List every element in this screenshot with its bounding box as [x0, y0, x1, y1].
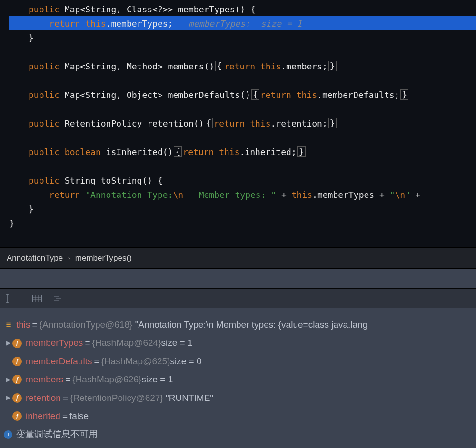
- code-line[interactable]: public RetentionPolicy retention(){retur…: [0, 116, 476, 130]
- equals: =: [32, 318, 38, 332]
- variable-object-ref: {HashMap@626}: [72, 372, 141, 387]
- keyword: public: [29, 88, 65, 101]
- identifier: retention(): [147, 117, 204, 130]
- variable-name: memberTypes: [26, 336, 83, 350]
- fold-marker-close[interactable]: }: [298, 146, 306, 157]
- field-icon: f: [12, 339, 22, 348]
- brace: }: [29, 203, 34, 215]
- code-line[interactable]: public Map<String, Object> memberDefault…: [0, 88, 476, 102]
- breadcrumb[interactable]: AnnotationType › memberTypes(): [0, 247, 476, 268]
- settings-icon[interactable]: [52, 292, 64, 305]
- code-line[interactable]: return "Annotation Type:\n Member types:…: [0, 187, 476, 202]
- text-cursor-icon[interactable]: [1, 292, 13, 305]
- code-line[interactable]: public boolean isInherited(){return this…: [0, 145, 476, 159]
- brace: }: [29, 31, 34, 44]
- field-icon: f: [12, 393, 22, 403]
- variable-row[interactable]: f inherited = false: [4, 407, 472, 425]
- fold-marker-open[interactable]: {: [251, 89, 259, 100]
- code-line[interactable]: public String toString() {: [0, 173, 476, 187]
- chevron-right-icon: ›: [68, 252, 70, 264]
- type: Map<String, Method>: [65, 60, 168, 73]
- operator: +: [276, 188, 292, 201]
- fold-marker-open[interactable]: {: [205, 118, 213, 128]
- variable-row[interactable]: ▶ f memberTypes = {HashMap@624} size = 1: [4, 334, 472, 352]
- variable-name: this: [16, 318, 30, 332]
- keyword: return: [49, 17, 85, 30]
- variable-row[interactable]: ▶ f retention = {RetentionPolicy@627} "R…: [4, 389, 472, 407]
- indent-guide: [29, 188, 49, 201]
- identifier: .memberTypes +: [312, 188, 390, 201]
- variable-row[interactable]: ▶ f members = {HashMap@626} size = 1: [4, 370, 472, 389]
- gutter: [0, 0, 9, 247]
- keyword: return: [214, 117, 250, 130]
- keyword: return: [224, 60, 260, 73]
- code-line[interactable]: }: [0, 30, 476, 45]
- keyword: public: [29, 3, 65, 16]
- info-icon: i: [4, 430, 12, 439]
- keyword: return: [260, 88, 297, 101]
- type: String: [65, 174, 101, 187]
- variable-name: inherited: [26, 409, 60, 423]
- code-line-current[interactable]: return this.memberTypes; memberTypes: si…: [0, 16, 476, 30]
- debug-toolbar: [0, 288, 476, 308]
- debug-variables-panel[interactable]: ≡ this = {AnnotationType@618} "Annotatio…: [0, 308, 476, 448]
- code-editor[interactable]: public Map<String, Class<?>> memberTypes…: [0, 0, 476, 247]
- string: Member types: ": [183, 188, 276, 201]
- expand-arrow-icon[interactable]: ▶: [4, 393, 12, 402]
- keyword: public: [29, 60, 65, 73]
- fold-marker-close[interactable]: }: [328, 118, 337, 128]
- equals: =: [63, 391, 68, 405]
- variable-value: size = 1: [141, 372, 173, 387]
- list-icon: ≡: [4, 318, 13, 332]
- expand-arrow-icon[interactable]: ▶: [4, 339, 12, 348]
- svg-rect-0: [33, 295, 42, 302]
- code-line-blank[interactable]: [0, 73, 476, 88]
- expand-arrow-icon[interactable]: ▶: [4, 375, 12, 384]
- fold-marker-close[interactable]: }: [400, 89, 408, 100]
- variable-name: members: [26, 372, 63, 387]
- keyword: return: [49, 188, 85, 201]
- type: Map<String, Object>: [65, 88, 168, 101]
- escape: \n: [395, 188, 406, 201]
- keyword: public: [29, 146, 65, 158]
- brace: }: [10, 217, 15, 230]
- variable-value: size = 1: [161, 336, 192, 350]
- keyword-this: this: [250, 117, 270, 130]
- inline-hint: memberTypes: size = 1: [173, 17, 302, 30]
- identifier: .retention;: [271, 117, 327, 130]
- identifier: toString(): [101, 174, 158, 187]
- identifier: memberTypes(): [178, 3, 250, 16]
- variable-row[interactable]: f memberDefaults = {HashMap@625} size = …: [4, 352, 472, 370]
- code-line[interactable]: public Map<String, Method> members(){ret…: [0, 59, 476, 73]
- identifier: .inherited;: [240, 146, 297, 158]
- variable-value: size = 0: [170, 354, 202, 369]
- breadcrumb-method[interactable]: memberTypes(): [75, 252, 132, 264]
- fold-marker-open[interactable]: {: [174, 146, 182, 157]
- code-line-blank[interactable]: [0, 45, 476, 59]
- identifier: .memberTypes;: [106, 17, 173, 30]
- field-icon: f: [12, 411, 22, 421]
- keyword: public: [29, 174, 65, 187]
- breadcrumb-class[interactable]: AnnotationType: [7, 252, 63, 264]
- code-line[interactable]: }: [0, 202, 476, 216]
- variable-name: memberDefaults: [26, 354, 92, 369]
- field-icon: f: [12, 357, 22, 366]
- keyword-this: this: [297, 88, 317, 101]
- code-line-blank[interactable]: [0, 130, 476, 145]
- code-line-blank[interactable]: [0, 159, 476, 173]
- fold-marker-close[interactable]: }: [328, 61, 337, 71]
- fold-marker-open[interactable]: {: [215, 61, 223, 71]
- equals: =: [65, 372, 70, 387]
- identifier: members(): [168, 60, 215, 73]
- identifier: isInherited(): [106, 146, 173, 158]
- code-line[interactable]: }: [0, 216, 476, 230]
- string: ": [390, 188, 395, 201]
- variable-row-this[interactable]: ≡ this = {AnnotationType@618} "Annotatio…: [4, 316, 472, 334]
- table-view-icon[interactable]: [31, 292, 43, 305]
- code-line-blank[interactable]: [0, 102, 476, 116]
- keyword: boolean: [65, 146, 106, 158]
- variable-value: false: [69, 409, 89, 423]
- type: Map<String, Class<?>>: [65, 3, 178, 16]
- identifier: .memberDefaults;: [317, 88, 399, 101]
- code-line[interactable]: public Map<String, Class<?>> memberTypes…: [0, 2, 476, 16]
